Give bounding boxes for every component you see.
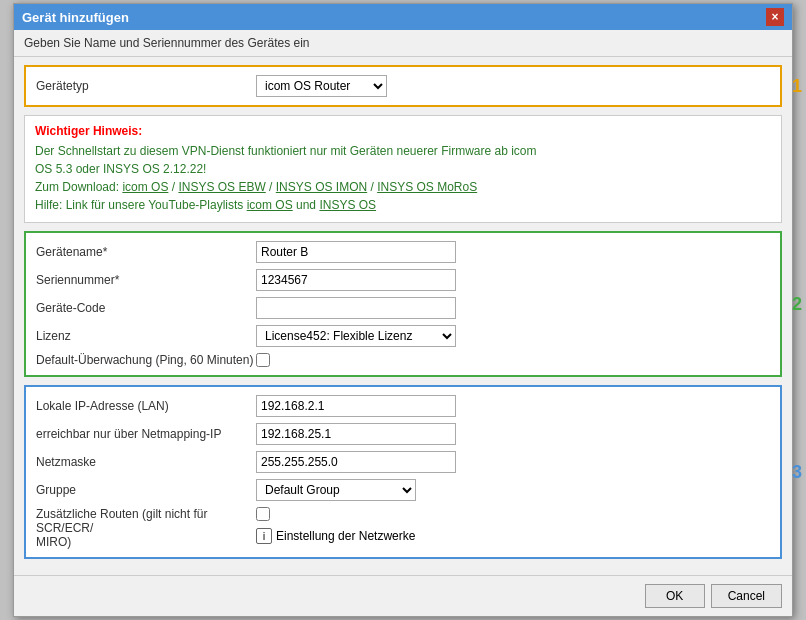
link-insys-moros[interactable]: INSYS OS MoRoS — [377, 180, 477, 194]
input-geraetename[interactable] — [256, 241, 456, 263]
geraetetyp-label: Gerätetyp — [36, 79, 256, 93]
form-row-gruppe: Gruppe Default Group — [36, 479, 770, 501]
section3: Lokale IP-Adresse (LAN) erreichbar nur ü… — [24, 385, 782, 559]
input-geraetecode[interactable] — [256, 297, 456, 319]
section2: Gerätename* Seriennummer* Geräte-Code Li… — [24, 231, 782, 377]
warning-line3: Zum Download: icom OS / INSYS OS EBW / I… — [35, 180, 477, 194]
close-button[interactable]: × — [766, 8, 784, 26]
section3-wrapper: Lokale IP-Adresse (LAN) erreichbar nur ü… — [24, 385, 782, 559]
cancel-button[interactable]: Cancel — [711, 584, 782, 608]
warning-line4: Hilfe: Link für unsere YouTube-Playlists… — [35, 198, 376, 212]
link-insys-imon[interactable]: INSYS OS IMON — [276, 180, 367, 194]
form-row-default-ueberwachung: Default-Überwachung (Ping, 60 Minuten) — [36, 353, 770, 367]
select-gruppe[interactable]: Default Group — [256, 479, 416, 501]
form-row-lizenz: Lizenz License452: Flexible Lizenz — [36, 325, 770, 347]
input-seriennummer[interactable] — [256, 269, 456, 291]
label-geraetename: Gerätename* — [36, 245, 256, 259]
input-lokale-ip[interactable] — [256, 395, 456, 417]
dialog: Gerät hinzufügen × Geben Sie Name und Se… — [13, 3, 793, 617]
label-zusaetzliche: Zusätzliche Routen (gilt nicht für SCR/E… — [36, 507, 256, 549]
form-row-seriennummer: Seriennummer* — [36, 269, 770, 291]
warning-section: Wichtiger Hinweis: Der Schnellstart zu d… — [24, 115, 782, 223]
label-geraetecode: Geräte-Code — [36, 301, 256, 315]
checkbox-zusaetzliche[interactable] — [256, 507, 270, 521]
zusaetzliche-container: i Einstellung der Netzwerke — [256, 507, 415, 544]
warning-title: Wichtiger Hinweis: — [35, 124, 771, 138]
form-row-geraetename: Gerätename* — [36, 241, 770, 263]
checkbox-default-ueberwachung[interactable] — [256, 353, 270, 367]
form-row-zusaetzliche: Zusätzliche Routen (gilt nicht für SCR/E… — [36, 507, 770, 549]
section-number-1: 1 — [792, 76, 802, 97]
ok-button[interactable]: OK — [645, 584, 705, 608]
label-lokale-ip: Lokale IP-Adresse (LAN) — [36, 399, 256, 413]
link-icom-os[interactable]: icom OS — [122, 180, 168, 194]
link-youtube-insys[interactable]: INSYS OS — [319, 198, 376, 212]
form-row-netzmaske: Netzmaske — [36, 451, 770, 473]
section-geraetetyp: Gerätetyp icom OS Router icom OS EBW INS… — [24, 65, 782, 107]
form-row-netmapping: erreichbar nur über Netmapping-IP — [36, 423, 770, 445]
info-row: i Einstellung der Netzwerke — [256, 528, 415, 544]
section1-wrapper: Gerätetyp icom OS Router icom OS EBW INS… — [24, 65, 782, 107]
link-insys-ebw[interactable]: INSYS OS EBW — [178, 180, 265, 194]
label-netzmaske: Netzmaske — [36, 455, 256, 469]
dialog-titlebar: Gerät hinzufügen × — [14, 4, 792, 30]
dialog-body: Gerätetyp icom OS Router icom OS EBW INS… — [14, 57, 792, 575]
form-row-geraetecode: Geräte-Code — [36, 297, 770, 319]
input-netzmaske[interactable] — [256, 451, 456, 473]
info-text: Einstellung der Netzwerke — [276, 529, 415, 543]
link-youtube-icom[interactable]: icom OS — [247, 198, 293, 212]
info-icon: i — [256, 528, 272, 544]
section2-wrapper: Gerätename* Seriennummer* Geräte-Code Li… — [24, 231, 782, 377]
dialog-footer: OK Cancel — [14, 575, 792, 616]
label-gruppe: Gruppe — [36, 483, 256, 497]
label-default-ueberwachung: Default-Überwachung (Ping, 60 Minuten) — [36, 353, 256, 367]
dialog-subtitle: Geben Sie Name und Seriennummer des Gerä… — [14, 30, 792, 57]
section-number-2: 2 — [792, 294, 802, 315]
select-lizenz[interactable]: License452: Flexible Lizenz — [256, 325, 456, 347]
label-seriennummer: Seriennummer* — [36, 273, 256, 287]
geraetetyp-select[interactable]: icom OS Router icom OS EBW INSYS OS IMON… — [256, 75, 387, 97]
label-lizenz: Lizenz — [36, 329, 256, 343]
form-row-lokale-ip: Lokale IP-Adresse (LAN) — [36, 395, 770, 417]
warning-text: Der Schnellstart zu diesem VPN-Dienst fu… — [35, 142, 771, 214]
label-netmapping: erreichbar nur über Netmapping-IP — [36, 427, 256, 441]
section-number-3: 3 — [792, 462, 802, 483]
input-netmapping[interactable] — [256, 423, 456, 445]
dialog-title: Gerät hinzufügen — [22, 10, 129, 25]
